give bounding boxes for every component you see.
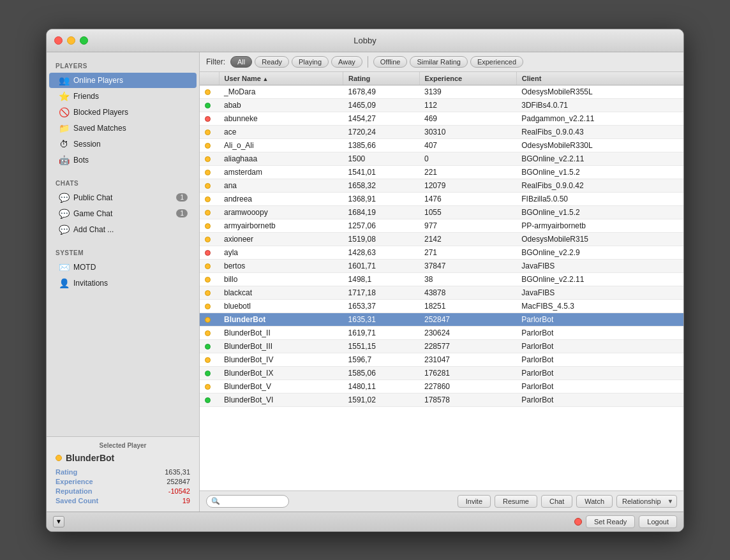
status-dot — [205, 397, 211, 403]
cell-client: ParlorBot — [516, 339, 683, 353]
cell-experience: 231047 — [419, 353, 516, 366]
sidebar-item-add-chat[interactable]: 💬 Add Chat ... — [49, 222, 197, 237]
experience-label: Experience — [56, 478, 93, 485]
table-row[interactable]: BlunderBot_III1551,15228577ParlorBot — [200, 339, 683, 353]
relationship-select[interactable]: Relationship — [616, 495, 677, 508]
public-chat-badge: 1 — [176, 193, 188, 202]
resume-button[interactable]: Resume — [495, 495, 537, 508]
cell-rating: 1385,66 — [343, 138, 419, 152]
status-dot — [205, 263, 211, 269]
table-row[interactable]: BlunderBot_VI1591,02178578ParlorBot — [200, 393, 683, 406]
filter-btn-playing[interactable]: Playing — [292, 56, 329, 68]
traffic-lights — [54, 36, 88, 45]
cell-client: BGOnline_v1.5.2 — [516, 165, 683, 179]
sidebar-item-saved-matches[interactable]: 📁 Saved Matches — [49, 121, 197, 136]
saved-count-value: 19 — [182, 497, 190, 505]
col-username[interactable]: User Name — [219, 72, 343, 85]
cell-username: ace — [219, 125, 343, 138]
sidebar-item-friends[interactable]: ⭐ Friends — [49, 89, 197, 104]
table-row[interactable]: _MoDara1678,493139OdesysMobileR355L — [200, 85, 683, 98]
cell-client: ParlorBot — [516, 313, 683, 326]
cell-client: ParlorBot — [516, 366, 683, 379]
table-container[interactable]: User NameRatingExperienceClient _MoDara1… — [200, 72, 683, 490]
expand-button[interactable]: ▼ — [53, 516, 64, 527]
status-dot — [205, 129, 211, 135]
zoom-button[interactable] — [80, 36, 88, 45]
sidebar-item-blocked-players[interactable]: 🚫 Blocked Players — [49, 105, 197, 120]
watch-button[interactable]: Watch — [576, 495, 613, 508]
game-chat-icon: 💬 — [58, 208, 70, 219]
cell-experience: 230624 — [419, 326, 516, 339]
table-row[interactable]: BlunderBot_IX1585,06176281ParlorBot — [200, 366, 683, 379]
status-dot — [205, 170, 211, 175]
table-row[interactable]: abunneke1454,27469Padgammon_v2.2.11 — [200, 112, 683, 125]
window-title: Lobby — [354, 36, 376, 45]
col-client[interactable]: Client — [516, 72, 683, 85]
cell-rating: 1519,08 — [343, 232, 419, 246]
table-row[interactable]: andreea1368,911476FIBzilla5.0.50 — [200, 192, 683, 205]
table-row[interactable]: armyairbornetb1257,06977PP-armyairbornet… — [200, 219, 683, 232]
filter-btn-offline[interactable]: Offline — [373, 56, 408, 68]
status-dot — [205, 344, 211, 350]
filter-btn-similar-rating[interactable]: Similar Rating — [410, 56, 467, 68]
table-row[interactable]: axioneer1519,082142OdesysMobileR315 — [200, 232, 683, 246]
sidebar-item-invitations[interactable]: 👤 Invitations — [49, 276, 197, 291]
sidebar-item-game-chat[interactable]: 💬 Game Chat 1 — [49, 206, 197, 221]
col-experience[interactable]: Experience — [419, 72, 516, 85]
filter-btn-experienced[interactable]: Experienced — [470, 56, 523, 68]
cell-rating: 1596,7 — [343, 353, 419, 366]
filter-btn-all[interactable]: All — [230, 56, 252, 68]
sidebar-item-motd[interactable]: ✉️ MOTD — [49, 260, 197, 275]
table-row[interactable]: amsterdam1541,01221BGOnline_v1.5.2 — [200, 165, 683, 179]
table-row[interactable]: aliaghaaa15000BGOnline_v2.2.11 — [200, 152, 683, 165]
logout-button[interactable]: Logout — [639, 515, 677, 528]
status-dot — [205, 357, 211, 363]
cell-client: BGOnline_v1.5.2 — [516, 205, 683, 219]
game-chat-badge: 1 — [176, 209, 188, 217]
invitations-label: Invitations — [73, 279, 188, 288]
cell-username: BlunderBot_IV — [219, 353, 343, 366]
minimize-button[interactable] — [67, 36, 75, 45]
filter-btn-ready[interactable]: Ready — [255, 56, 289, 68]
table-row[interactable]: ace1720,2430310RealFibs_0.9.0.43 — [200, 125, 683, 138]
filter-separator — [368, 56, 368, 68]
col-rating[interactable]: Rating — [343, 72, 419, 85]
sidebar-item-online-players[interactable]: 👥 Online Players — [49, 73, 197, 88]
close-button[interactable] — [54, 36, 63, 45]
cell-client: FIBzilla5.0.50 — [516, 192, 683, 205]
sidebar-item-session[interactable]: ⏱ Session — [49, 136, 197, 152]
table-row[interactable]: BlunderBot_II1619,71230624ParlorBot — [200, 326, 683, 339]
table-row[interactable]: BlunderBot_IV1596,7231047ParlorBot — [200, 353, 683, 366]
blocked-players-label: Blocked Players — [73, 108, 188, 117]
sidebar-item-public-chat[interactable]: 💬 Public Chat 1 — [49, 190, 197, 205]
table-row[interactable]: bertos1601,7137847JavaFIBS — [200, 259, 683, 272]
table-head: User NameRatingExperienceClient — [200, 72, 683, 85]
status-dot — [205, 304, 211, 309]
friends-icon: ⭐ — [58, 91, 70, 102]
invite-button[interactable]: Invite — [458, 495, 491, 508]
table-row[interactable]: ayla1428,63271BGOnline_v2.2.9 — [200, 246, 683, 259]
table-row[interactable]: BlunderBot1635,31252847ParlorBot — [200, 313, 683, 326]
table-row[interactable]: billo1498,138BGOnline_v2.2.11 — [200, 272, 683, 286]
table-row[interactable]: BlunderBot_V1480,11227860ParlorBot — [200, 379, 683, 393]
table-row[interactable]: ana1658,3212079RealFibs_0.9.0.42 — [200, 179, 683, 192]
rating-label: Rating — [56, 468, 77, 476]
cell-username: Ali_o_Ali — [219, 138, 343, 152]
sidebar-item-bots[interactable]: 🤖 Bots — [49, 152, 197, 168]
cell-username: abab — [219, 98, 343, 112]
table-row[interactable]: abab1465,091123DFiBs4.0.71 — [200, 98, 683, 112]
cell-username: bertos — [219, 259, 343, 272]
cell-rating: 1720,24 — [343, 125, 419, 138]
cell-experience: 1055 — [419, 205, 516, 219]
table-row[interactable]: Ali_o_Ali1385,66407OdesysMobileR330L — [200, 138, 683, 152]
filter-btn-away[interactable]: Away — [331, 56, 362, 68]
cell-rating: 1480,11 — [343, 379, 419, 393]
set-ready-button[interactable]: Set Ready — [586, 515, 635, 528]
status-dot — [205, 330, 211, 336]
table-row[interactable]: aramwooopy1684,191055BGOnline_v1.5.2 — [200, 205, 683, 219]
chat-button[interactable]: Chat — [541, 495, 572, 508]
reputation-stat: Reputation -10542 — [56, 487, 190, 495]
cell-username: axioneer — [219, 232, 343, 246]
table-row[interactable]: blackcat1717,1843878JavaFIBS — [200, 286, 683, 299]
table-row[interactable]: bluebotl1653,3718251MacFIBS_4.5.3 — [200, 299, 683, 313]
